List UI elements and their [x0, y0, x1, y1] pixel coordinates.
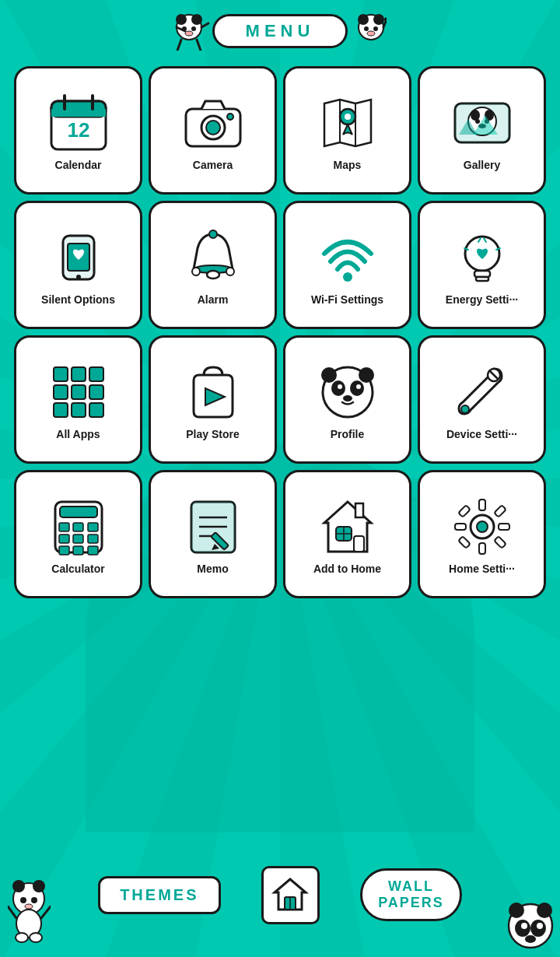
calendar-icon: 12: [47, 92, 110, 154]
addtohome-icon: [317, 496, 379, 558]
app-home-settings[interactable]: Home Setti···: [418, 470, 546, 598]
panda-right-decoration: [340, 12, 387, 51]
svg-line-17: [385, 16, 387, 19]
svg-point-128: [537, 903, 552, 918]
svg-point-35: [471, 110, 480, 121]
devicesettings-icon: [451, 361, 513, 423]
svg-rect-97: [355, 503, 363, 517]
svg-rect-52: [476, 277, 488, 281]
svg-rect-111: [494, 536, 506, 549]
svg-line-120: [41, 906, 51, 918]
app-alarm[interactable]: Alarm: [149, 201, 277, 329]
svg-rect-61: [72, 385, 86, 399]
svg-rect-105: [479, 543, 485, 554]
svg-point-26: [206, 121, 220, 135]
svg-point-2: [191, 14, 202, 25]
wifi-icon: [317, 226, 379, 289]
home-button[interactable]: [261, 866, 320, 924]
svg-rect-65: [89, 403, 103, 417]
menu-title-container: MENU: [212, 14, 348, 48]
svg-rect-109: [494, 505, 506, 517]
bottom-bar: THEMES WALL PAPERS: [0, 840, 560, 957]
svg-point-48: [226, 268, 234, 275]
wallpapers-button[interactable]: WALL PAPERS: [360, 868, 462, 921]
allapps-icon: [47, 361, 110, 423]
add-to-home-label: Add to Home: [313, 563, 381, 575]
svg-point-37: [475, 119, 480, 124]
profile-label: Profile: [331, 428, 365, 440]
svg-rect-107: [499, 524, 509, 530]
svg-point-69: [359, 367, 374, 383]
svg-point-49: [343, 272, 352, 282]
svg-rect-80: [59, 523, 69, 531]
maps-icon: [317, 92, 379, 154]
svg-point-13: [364, 26, 369, 31]
app-device-settings[interactable]: Device Setti···: [418, 335, 546, 464]
play-store-label: Play Store: [186, 428, 239, 440]
profile-icon: [317, 361, 379, 423]
app-silent-options[interactable]: Silent Options: [14, 201, 142, 329]
app-camera[interactable]: Camera: [149, 66, 277, 195]
svg-rect-106: [455, 524, 466, 530]
home-icon: [271, 875, 310, 914]
wallpapers-label-line1: WALL: [378, 878, 444, 895]
camera-icon: [182, 92, 244, 154]
svg-rect-86: [59, 546, 69, 555]
svg-point-11: [358, 14, 369, 25]
app-play-store[interactable]: Play Store: [149, 335, 277, 464]
svg-point-72: [338, 384, 342, 389]
svg-point-73: [356, 384, 361, 389]
themes-button[interactable]: THEMES: [98, 876, 220, 914]
svg-point-121: [16, 933, 28, 942]
app-gallery[interactable]: Gallery: [418, 66, 546, 195]
maps-label: Maps: [334, 159, 362, 171]
svg-point-132: [537, 923, 543, 929]
app-calendar[interactable]: 12 Calendar: [14, 66, 142, 195]
app-memo[interactable]: Memo: [149, 470, 277, 598]
svg-rect-87: [73, 546, 83, 555]
svg-rect-20: [51, 109, 106, 117]
svg-point-103: [477, 521, 488, 532]
all-apps-label: All Apps: [56, 428, 100, 440]
app-wifi-settings[interactable]: Wi-Fi Settings: [283, 201, 411, 329]
app-add-to-home[interactable]: Add to Home: [283, 470, 411, 598]
svg-point-131: [521, 923, 527, 929]
svg-point-74: [343, 395, 352, 401]
svg-point-15: [367, 31, 375, 36]
svg-line-119: [8, 906, 16, 918]
svg-rect-79: [60, 507, 97, 517]
svg-point-27: [227, 114, 233, 120]
svg-rect-63: [54, 403, 68, 417]
app-grid: 12 Calendar Camera: [5, 60, 555, 605]
svg-point-122: [30, 933, 42, 942]
camera-label: Camera: [193, 159, 233, 171]
gallery-label: Gallery: [464, 159, 500, 171]
svg-point-68: [321, 367, 337, 383]
svg-line-6: [177, 40, 181, 51]
energy-settings-label: Energy Setti···: [446, 293, 518, 306]
svg-point-113: [12, 880, 25, 892]
svg-point-14: [373, 26, 378, 31]
svg-text:12: 12: [67, 118, 89, 142]
calculator-label: Calculator: [51, 563, 104, 575]
svg-line-9: [201, 23, 208, 27]
gallery-icon: [451, 92, 513, 154]
app-energy-settings[interactable]: Energy Setti···: [418, 201, 546, 329]
svg-point-114: [33, 880, 45, 892]
svg-rect-101: [354, 536, 364, 552]
app-profile[interactable]: Profile: [283, 335, 411, 464]
svg-rect-85: [88, 535, 98, 543]
svg-point-46: [209, 230, 217, 238]
app-all-apps[interactable]: All Apps: [14, 335, 142, 464]
memo-icon: [182, 496, 244, 558]
calendar-label: Calendar: [55, 159, 102, 171]
svg-point-4: [191, 26, 196, 31]
silent-options-label: Silent Options: [41, 293, 115, 306]
app-calculator[interactable]: Calculator: [14, 470, 142, 598]
svg-rect-58: [72, 367, 86, 381]
alarm-icon: [182, 226, 244, 289]
svg-rect-88: [88, 546, 98, 555]
app-maps[interactable]: Maps: [283, 66, 411, 195]
home-settings-label: Home Setti···: [449, 563, 515, 575]
bottom-panda-right: [506, 899, 556, 953]
